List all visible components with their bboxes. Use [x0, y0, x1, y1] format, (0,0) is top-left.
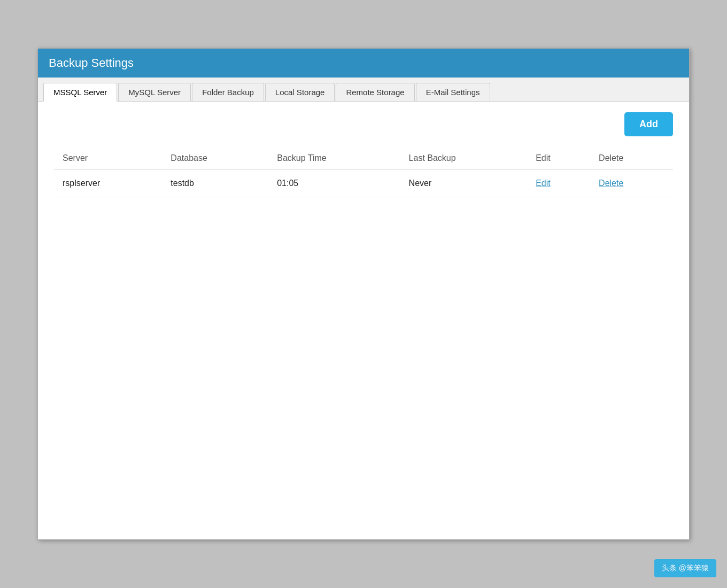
- window-title: Backup Settings: [49, 56, 134, 69]
- cell-server: rsplserver: [54, 170, 162, 197]
- col-header-last_backup: Last Backup: [400, 147, 528, 170]
- col-header-backup_time: Backup Time: [268, 147, 400, 170]
- cell-edit: Edit: [527, 170, 590, 197]
- table-body: rsplservertestdb01:05NeverEditDelete: [54, 170, 673, 197]
- cell-delete: Delete: [590, 170, 673, 197]
- title-bar: Backup Settings: [38, 49, 689, 78]
- tab-email[interactable]: E-Mail Settings: [416, 83, 490, 101]
- table-row: rsplservertestdb01:05NeverEditDelete: [54, 170, 673, 197]
- cell-backup_time: 01:05: [268, 170, 400, 197]
- col-header-edit: Edit: [527, 147, 590, 170]
- content-area: Add ServerDatabaseBackup TimeLast Backup…: [38, 102, 689, 539]
- col-header-server: Server: [54, 147, 162, 170]
- cell-database: testdb: [162, 170, 268, 197]
- data-table: ServerDatabaseBackup TimeLast BackupEdit…: [54, 147, 673, 197]
- tab-folder[interactable]: Folder Backup: [192, 83, 264, 101]
- tab-local[interactable]: Local Storage: [265, 83, 335, 101]
- col-header-database: Database: [162, 147, 268, 170]
- delete-button[interactable]: Delete: [599, 179, 623, 188]
- cell-last_backup: Never: [400, 170, 528, 197]
- edit-button[interactable]: Edit: [536, 179, 551, 188]
- table-container: ServerDatabaseBackup TimeLast BackupEdit…: [54, 147, 673, 529]
- tab-remote[interactable]: Remote Storage: [336, 83, 414, 101]
- tab-mysql[interactable]: MySQL Server: [118, 83, 191, 101]
- tab-bar: MSSQL ServerMySQL ServerFolder BackupLoc…: [38, 78, 689, 102]
- col-header-delete: Delete: [590, 147, 673, 170]
- header-row: ServerDatabaseBackup TimeLast BackupEdit…: [54, 147, 673, 170]
- backup-settings-window: Backup Settings MSSQL ServerMySQL Server…: [37, 48, 690, 540]
- toolbar: Add: [54, 112, 673, 136]
- table-header: ServerDatabaseBackup TimeLast BackupEdit…: [54, 147, 673, 170]
- add-button[interactable]: Add: [624, 112, 673, 136]
- watermark: 头条 @笨笨猿: [654, 559, 716, 577]
- tab-mssql[interactable]: MSSQL Server: [43, 83, 117, 102]
